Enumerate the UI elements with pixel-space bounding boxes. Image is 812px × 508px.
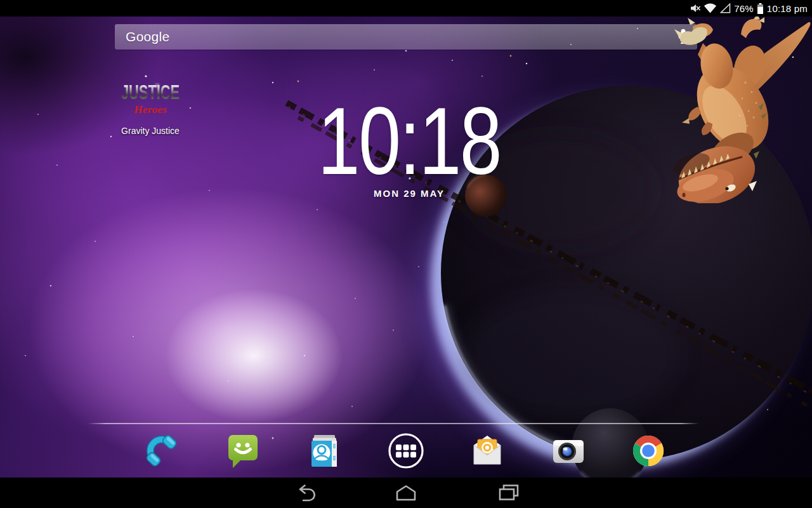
status-bar[interactable]: 76% 10:18 pm bbox=[0, 0, 812, 17]
chrome-icon bbox=[630, 432, 667, 469]
clock-widget[interactable]: 10:18 MON 29 MAY bbox=[273, 100, 546, 199]
android-home-screen: 76% 10:18 pm Google bbox=[0, 0, 812, 508]
heroes-logo-text: Heroes bbox=[133, 104, 167, 116]
dock-camera-button[interactable] bbox=[550, 432, 587, 469]
battery-icon bbox=[757, 3, 764, 14]
people-icon bbox=[306, 432, 343, 469]
dock-phone-button[interactable] bbox=[143, 432, 180, 469]
recents-icon bbox=[496, 484, 521, 502]
email-icon bbox=[469, 432, 506, 469]
battery-percent: 76% bbox=[734, 3, 754, 14]
messaging-icon bbox=[225, 432, 261, 469]
back-icon bbox=[291, 484, 315, 502]
status-clock: 10:18 pm bbox=[767, 3, 808, 14]
google-search-bar[interactable]: Google bbox=[115, 24, 697, 50]
google-logo: Google bbox=[126, 29, 677, 44]
dock-chrome-button[interactable] bbox=[630, 432, 667, 469]
justice-logo-text: JUSTICE bbox=[121, 81, 180, 104]
status-icons-cluster: 76% 10:18 pm bbox=[690, 3, 808, 14]
dock-messaging-button[interactable] bbox=[225, 432, 261, 469]
dino-nostril bbox=[682, 192, 685, 197]
signal-strength-icon bbox=[720, 3, 731, 13]
nav-recents-button[interactable] bbox=[496, 484, 521, 502]
falling-dinosaur-sprite[interactable] bbox=[653, 13, 812, 203]
clock-time: 10:18 bbox=[300, 100, 518, 182]
gravity-justice-app-icon: JUSTICE Heroes bbox=[116, 75, 185, 122]
all-apps-icon bbox=[388, 432, 424, 469]
dock bbox=[0, 432, 812, 471]
camera-icon bbox=[550, 432, 587, 469]
nav-home-button[interactable] bbox=[393, 484, 419, 502]
dock-email-button[interactable] bbox=[469, 432, 506, 469]
app-shortcut-gravity-justice[interactable]: JUSTICE Heroes Gravity Justice bbox=[106, 75, 195, 136]
mute-icon bbox=[690, 3, 700, 13]
phone-icon bbox=[143, 432, 180, 469]
dock-people-button[interactable] bbox=[306, 432, 343, 469]
shortcut-label: Gravity Justice bbox=[106, 126, 195, 136]
home-icon bbox=[393, 484, 419, 502]
dock-divider bbox=[88, 423, 699, 424]
wifi-icon bbox=[704, 3, 717, 13]
nav-back-button[interactable] bbox=[291, 484, 316, 502]
navigation-bar bbox=[0, 478, 812, 508]
dock-all-apps-button[interactable] bbox=[388, 432, 424, 469]
